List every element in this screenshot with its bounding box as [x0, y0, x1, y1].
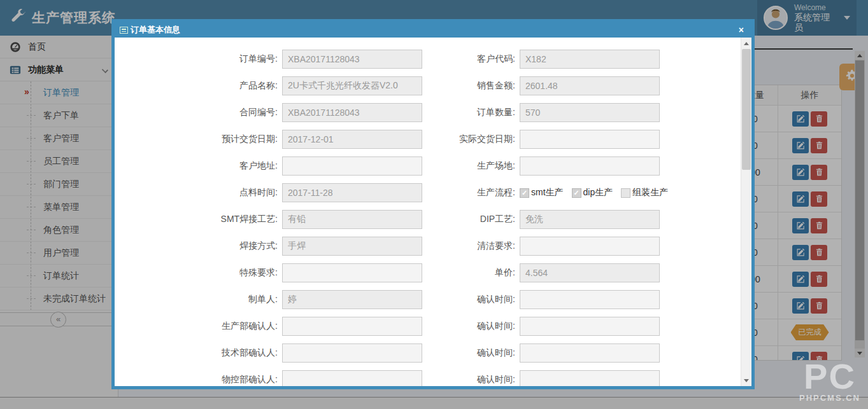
- field-input[interactable]: [520, 290, 660, 309]
- field-label: 确认时间:: [427, 374, 520, 385]
- form-row: 生产部确认人: 确认时间:: [115, 317, 741, 336]
- checkbox-label: smt生产: [531, 187, 564, 198]
- field-input[interactable]: [282, 130, 422, 149]
- field-input[interactable]: [282, 183, 422, 202]
- field-label: 订单编号:: [115, 53, 282, 65]
- form-row: 产品名称: 销售金额:: [115, 76, 741, 95]
- field-input[interactable]: [282, 50, 422, 69]
- checkbox-item[interactable]: ✓ dip生产: [572, 187, 613, 198]
- checkbox-item[interactable]: ✓ 组装生产: [621, 187, 668, 198]
- field-label: 合同编号:: [115, 107, 282, 118]
- field-input[interactable]: [520, 370, 660, 386]
- form-row: 点料时间: 生产流程: ✓ smt生产 ✓ dip生产 ✓ 组装生产: [115, 183, 741, 202]
- modal-titlebar: 订单基本信息 ×: [115, 22, 751, 38]
- scrollbar-thumb[interactable]: [742, 49, 751, 170]
- checkbox-item[interactable]: ✓ smt生产: [520, 187, 564, 198]
- field-label: 实际交货日期:: [427, 134, 520, 145]
- field-input[interactable]: [282, 76, 422, 95]
- field-label: SMT焊接工艺:: [115, 214, 282, 225]
- field-label: 物控部确认人:: [115, 374, 282, 385]
- field-label: 特殊要求:: [115, 267, 282, 279]
- field-label: 焊接方式:: [115, 240, 282, 252]
- field-label: 清洁要求:: [427, 240, 520, 252]
- field-input[interactable]: [520, 76, 660, 95]
- field-label: DIP工艺:: [427, 214, 520, 225]
- field-input[interactable]: [282, 237, 422, 256]
- scroll-up-icon[interactable]: [741, 38, 751, 48]
- form-icon: [120, 27, 128, 34]
- field-label: 单价:: [427, 267, 520, 279]
- field-input[interactable]: [520, 237, 660, 256]
- field-input[interactable]: [282, 156, 422, 176]
- form-row: SMT焊接工艺: DIP工艺:: [115, 210, 741, 229]
- field-input[interactable]: [282, 317, 422, 336]
- form-row: 合同编号: 订单数量:: [115, 103, 741, 122]
- form-row: 客户地址: 生产场地:: [115, 156, 741, 176]
- checkbox-icon[interactable]: ✓: [572, 188, 581, 198]
- form-row: 特殊要求: 单价:: [115, 263, 741, 282]
- modal-scrollbar[interactable]: [741, 38, 751, 386]
- checkbox-icon[interactable]: ✓: [520, 188, 529, 198]
- close-icon[interactable]: ×: [736, 24, 746, 36]
- field-label: 订单数量:: [427, 107, 520, 118]
- app-window: 生产管理系统 Welcome 系统管理员 首页 功能菜单: [0, 0, 868, 409]
- field-label: 客户代码:: [427, 53, 520, 65]
- production-flow-checkboxes: ✓ smt生产 ✓ dip生产 ✓ 组装生产: [520, 183, 668, 202]
- form-row: 技术部确认人: 确认时间:: [115, 343, 741, 363]
- field-input[interactable]: [520, 210, 660, 229]
- field-input[interactable]: [520, 317, 660, 336]
- field-label: 确认时间:: [427, 321, 520, 332]
- field-label: 产品名称:: [115, 80, 282, 92]
- field-label: 生产流程:: [427, 187, 520, 198]
- checkbox-label: 组装生产: [632, 187, 668, 198]
- checkbox-icon[interactable]: ✓: [621, 188, 630, 198]
- field-input[interactable]: [520, 343, 660, 363]
- field-input[interactable]: [282, 210, 422, 229]
- modal-title: 订单基本信息: [131, 24, 736, 36]
- field-label: 客户地址:: [115, 160, 282, 172]
- field-label: 预计交货日期:: [115, 134, 282, 145]
- field-input[interactable]: [520, 130, 660, 149]
- order-info-modal: 订单基本信息 × 订单编号: 客户代码: 产品名称: 销售金额: 合同编号:: [111, 19, 755, 389]
- form-row: 焊接方式: 清洁要求:: [115, 237, 741, 256]
- modal-body: 订单编号: 客户代码: 产品名称: 销售金额: 合同编号: 订单数量:: [115, 38, 751, 386]
- field-label: 确认时间:: [427, 294, 520, 305]
- field-label: 生产部确认人:: [115, 321, 282, 332]
- field-input[interactable]: [282, 290, 422, 309]
- form-row: 订单编号: 客户代码:: [115, 50, 741, 69]
- field-label: 销售金额:: [427, 80, 520, 92]
- field-label: 点料时间:: [115, 187, 282, 198]
- form-row: 物控部确认人: 确认时间:: [115, 370, 741, 386]
- field-label: 确认时间:: [427, 347, 520, 359]
- order-form: 订单编号: 客户代码: 产品名称: 销售金额: 合同编号: 订单数量:: [115, 50, 741, 386]
- field-input[interactable]: [520, 263, 660, 282]
- field-input[interactable]: [282, 263, 422, 282]
- field-label: 技术部确认人:: [115, 347, 282, 359]
- field-input[interactable]: [520, 156, 660, 176]
- field-input[interactable]: [520, 103, 660, 122]
- field-label: 生产场地:: [427, 160, 520, 172]
- field-label: 制单人:: [115, 294, 282, 305]
- form-row: 预计交货日期: 实际交货日期:: [115, 130, 741, 149]
- field-input[interactable]: [282, 103, 422, 122]
- field-input[interactable]: [282, 343, 422, 363]
- scroll-down-icon[interactable]: [741, 375, 751, 385]
- form-row: 制单人: 确认时间:: [115, 290, 741, 309]
- field-input[interactable]: [282, 370, 422, 386]
- field-input[interactable]: [520, 50, 660, 69]
- checkbox-label: dip生产: [583, 187, 613, 198]
